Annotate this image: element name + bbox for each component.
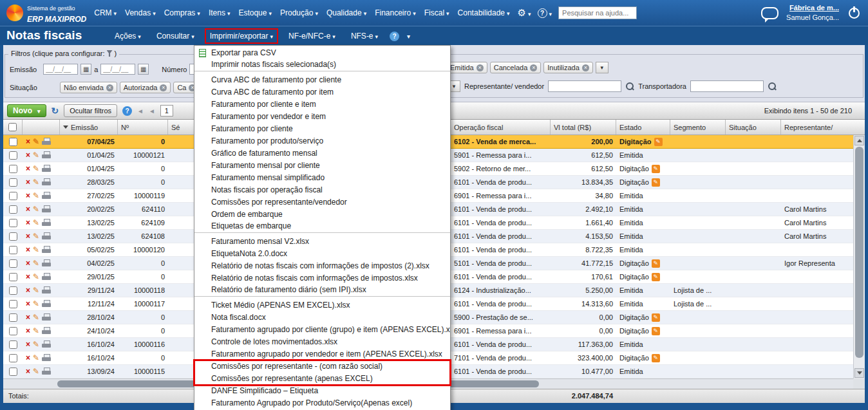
emissao-end-input[interactable] — [100, 64, 135, 75]
edit-icon[interactable] — [33, 216, 39, 229]
edit-icon[interactable] — [33, 135, 39, 148]
delete-icon[interactable] — [26, 135, 30, 148]
row-checkbox[interactable] — [9, 273, 17, 281]
chevron-down-icon[interactable] — [407, 32, 410, 41]
print-icon[interactable] — [42, 286, 51, 295]
print-icon[interactable] — [42, 138, 51, 146]
menu-item[interactable]: Faturamento agrupado por vendedor e item… — [194, 348, 450, 360]
topbar-menu-item[interactable]: Vendas — [125, 8, 156, 17]
remove-tag-icon[interactable] — [582, 64, 589, 71]
edit-icon[interactable] — [33, 338, 39, 351]
remove-tag-icon[interactable] — [160, 84, 167, 91]
calendar-icon[interactable] — [80, 64, 91, 75]
print-icon[interactable] — [42, 340, 51, 349]
titlebar-menu-item[interactable]: NF-e/NFC-e — [285, 30, 339, 42]
edit-icon[interactable] — [33, 162, 39, 175]
delete-icon[interactable] — [26, 270, 30, 283]
estado-edit-icon[interactable] — [654, 138, 663, 146]
edit-icon[interactable] — [33, 324, 39, 337]
print-icon[interactable] — [42, 273, 51, 281]
print-icon[interactable] — [42, 219, 51, 227]
menu-item[interactable]: Imprimir notas fiscais selecionada(s) — [194, 59, 450, 71]
company-link[interactable]: Fábrica de m... — [786, 3, 839, 13]
row-checkbox[interactable] — [9, 232, 17, 241]
print-icon[interactable] — [42, 327, 51, 335]
filters-legend[interactable]: Filtros (clique para configurar: ) — [8, 50, 119, 57]
delete-icon[interactable] — [26, 284, 30, 297]
delete-icon[interactable] — [26, 338, 30, 351]
print-icon[interactable] — [42, 165, 51, 173]
print-icon[interactable] — [42, 192, 51, 200]
delete-icon[interactable] — [26, 324, 30, 337]
search-icon[interactable] — [768, 82, 777, 91]
delete-icon[interactable] — [26, 297, 30, 310]
help-search-input[interactable] — [558, 6, 637, 19]
row-checkbox[interactable] — [9, 178, 17, 187]
delete-icon[interactable] — [26, 149, 30, 162]
topbar-menu-item[interactable]: Contabilidade — [458, 8, 510, 17]
topbar-menu-item[interactable]: Fiscal — [424, 8, 449, 17]
edit-icon[interactable] — [33, 243, 39, 256]
print-icon[interactable] — [42, 354, 51, 362]
status-tag[interactable]: Inutilizada — [543, 62, 593, 73]
edit-icon[interactable] — [33, 230, 39, 243]
menu-item[interactable]: Comissões por representante (apenas EXCE… — [194, 373, 450, 385]
menu-item[interactable]: EtiquetaNota 2.0.docx — [194, 248, 450, 260]
situacao-tag[interactable]: Autorizada — [120, 82, 171, 93]
edit-icon[interactable] — [33, 270, 39, 283]
remove-tag-icon[interactable] — [476, 64, 484, 71]
menu-item[interactable]: Curva ABC de faturamento por cliente — [194, 74, 450, 86]
search-icon[interactable] — [625, 82, 634, 91]
menu-item[interactable]: Faturamento por cliente e item — [194, 98, 450, 111]
menu-item[interactable]: Comissões por representante/vendedor — [194, 196, 450, 209]
scroll-down-button[interactable] — [854, 368, 864, 378]
delete-icon[interactable] — [26, 216, 30, 229]
row-checkbox[interactable] — [9, 340, 17, 349]
menu-item[interactable]: Relatório de notas fiscais com informaçõ… — [194, 260, 450, 272]
edit-icon[interactable] — [33, 257, 39, 270]
select-all-checkbox[interactable] — [8, 123, 17, 131]
topbar-menu-item[interactable]: Produção — [280, 8, 318, 17]
menu-item[interactable]: Faturamento mensal por cliente — [194, 160, 450, 172]
menu-item[interactable]: Gráfico de faturamento mensal — [194, 147, 450, 160]
print-icon[interactable] — [42, 259, 51, 268]
print-icon[interactable] — [42, 246, 51, 254]
header-situacao[interactable]: Situação — [726, 120, 781, 135]
row-checkbox[interactable] — [9, 300, 17, 308]
delete-icon[interactable] — [26, 176, 30, 189]
remove-tag-icon[interactable] — [106, 84, 113, 91]
status-tag[interactable]: Emitida — [446, 62, 487, 73]
help-menu[interactable] — [538, 7, 552, 19]
transportadora-input[interactable] — [690, 80, 764, 92]
header-representante[interactable]: Representante/ — [781, 120, 853, 135]
help-icon[interactable] — [390, 32, 399, 41]
print-icon[interactable] — [42, 178, 51, 187]
topbar-menu-item[interactable]: Compras — [164, 8, 200, 17]
print-icon[interactable] — [42, 300, 51, 308]
header-numero[interactable]: Nº — [118, 120, 168, 135]
representante-input[interactable] — [548, 80, 621, 92]
header-vl-total[interactable]: Vl total (R$) — [551, 120, 616, 135]
calendar-icon[interactable] — [138, 64, 149, 75]
row-checkbox[interactable] — [9, 313, 17, 322]
novo-button[interactable]: Novo — [7, 104, 46, 117]
titlebar-menu-item[interactable]: Ações — [111, 30, 145, 42]
first-page-icon[interactable] — [137, 107, 144, 115]
menu-item[interactable]: Faturamento por cliente — [194, 123, 450, 135]
estado-edit-icon[interactable] — [652, 273, 660, 281]
edit-icon[interactable] — [33, 365, 39, 378]
titlebar-menu-item[interactable]: NFS-e — [347, 30, 382, 42]
estado-edit-icon[interactable] — [652, 354, 660, 362]
delete-icon[interactable] — [26, 203, 30, 216]
menu-item[interactable]: Faturamento por vendedor e item — [194, 111, 450, 123]
menu-item[interactable]: Curva ABC de faturamento por item — [194, 86, 450, 98]
page-number-box[interactable]: 1 — [160, 105, 173, 116]
row-checkbox[interactable] — [9, 192, 17, 200]
header-emissao[interactable]: Emissão — [60, 120, 118, 135]
print-icon[interactable] — [42, 205, 51, 214]
menu-item[interactable]: Relatório de notas fiscais com informaçõ… — [194, 272, 450, 284]
delete-icon[interactable] — [26, 365, 30, 378]
menu-item[interactable]: DANFE Simplificado – Etiqueta — [194, 385, 450, 397]
prev-page-icon[interactable] — [149, 107, 155, 115]
remove-tag-icon[interactable] — [530, 64, 537, 71]
